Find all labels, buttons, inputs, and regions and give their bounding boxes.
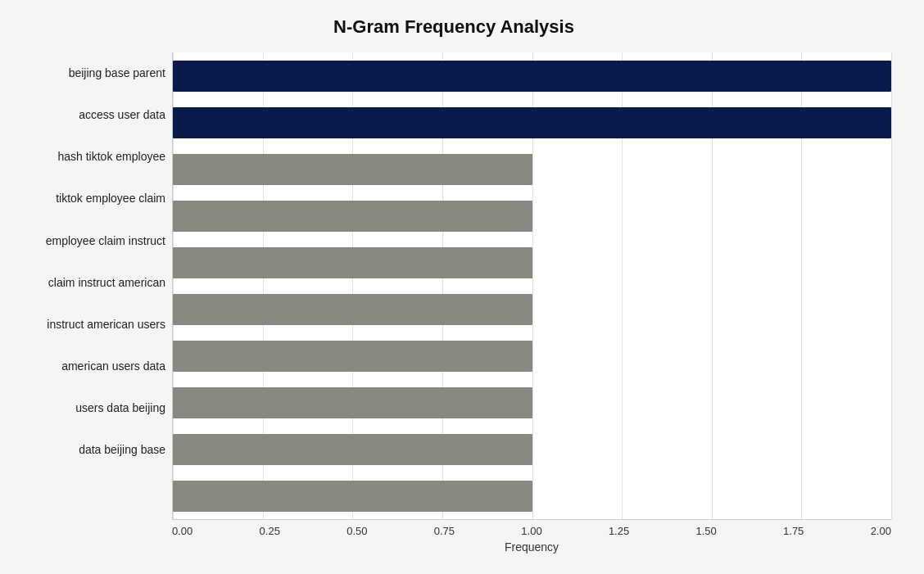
y-label: american users data: [61, 346, 165, 387]
y-label: access user data: [79, 94, 165, 136]
x-tick: 2.00: [871, 525, 891, 537]
bar: [173, 154, 532, 185]
bar-row: [173, 472, 891, 519]
bar-row: [173, 426, 891, 472]
y-label: employee claim instruct: [46, 219, 165, 261]
bar: [173, 294, 532, 325]
bar: [173, 247, 532, 278]
chart-title: N-Gram Frequency Analysis: [16, 16, 891, 38]
chart-area: beijing base parentaccess user datahash …: [16, 52, 891, 495]
bar-row: [173, 379, 891, 426]
y-label: tiktok employee claim: [56, 178, 165, 219]
chart-container: N-Gram Frequency Analysis beijing base p…: [0, 0, 924, 574]
x-axis-label: Frequency: [172, 540, 891, 554]
y-label: instruct american users: [47, 304, 165, 346]
bar-row: [173, 52, 891, 99]
bar-row: [173, 332, 891, 379]
y-label: claim instruct american: [48, 261, 165, 303]
bar-row: [173, 239, 891, 286]
bar: [173, 481, 532, 512]
bar: [173, 341, 532, 372]
y-label: beijing base parent: [69, 52, 165, 94]
bar-row: [173, 192, 891, 239]
x-axis-wrapper: 0.000.250.500.751.001.251.501.752.00 Fre…: [172, 520, 891, 554]
x-tick: 1.75: [783, 525, 804, 537]
x-tick: 0.75: [434, 525, 455, 537]
grid-line: [891, 52, 892, 519]
bar: [173, 107, 891, 138]
x-tick: 1.25: [609, 525, 629, 537]
y-axis: beijing base parentaccess user datahash …: [16, 52, 172, 495]
x-axis: 0.000.250.500.751.001.251.501.752.00: [172, 520, 891, 537]
bar: [173, 61, 891, 92]
bars-section: [172, 52, 891, 520]
x-tick: 1.00: [521, 525, 541, 537]
x-tick: 0.50: [346, 525, 367, 537]
bar: [173, 387, 532, 418]
bar: [173, 434, 532, 465]
x-tick: 0.25: [260, 525, 280, 537]
bar-row: [173, 286, 891, 332]
plot-area: 0.000.250.500.751.001.251.501.752.00 Fre…: [172, 52, 891, 495]
bar-row: [173, 146, 891, 192]
bar-row: [173, 99, 891, 146]
x-tick: 0.00: [172, 525, 192, 537]
y-label: hash tiktok employee: [57, 136, 165, 178]
x-tick: 1.50: [695, 525, 716, 537]
bar: [173, 201, 532, 232]
y-label: data beijing base: [79, 429, 165, 471]
y-label: users data beijing: [75, 387, 165, 429]
